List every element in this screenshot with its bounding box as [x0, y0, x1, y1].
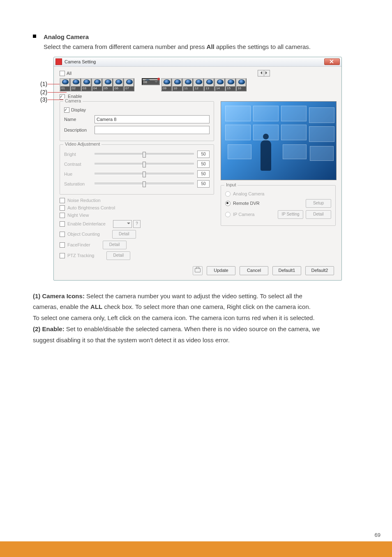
- ptz-detail-button[interactable]: Detail: [106, 251, 130, 260]
- bullet-square: [33, 35, 36, 38]
- all-checkbox[interactable]: [60, 71, 65, 76]
- camera-tab-05[interactable]: 05: [102, 78, 113, 91]
- camera-tab-02[interactable]: 02: [70, 78, 81, 91]
- camera-tab-13[interactable]: 13: [204, 78, 214, 91]
- camera-tab-15[interactable]: 15: [225, 78, 236, 91]
- default2-button[interactable]: Default2: [305, 266, 334, 275]
- noise-reduction-checkbox[interactable]: [60, 198, 65, 203]
- all-label: All: [67, 71, 71, 76]
- contrast-slider[interactable]: [95, 163, 194, 165]
- camera-tab-07[interactable]: 07: [124, 78, 134, 91]
- callout-3: (3): [40, 96, 47, 103]
- bullet-text: Analog Camera Select the camera from dif…: [44, 32, 311, 52]
- camera-fieldset: Camera Display Name Description: [60, 101, 214, 141]
- remote-dvr-radio[interactable]: [225, 201, 231, 206]
- camera-tab-08[interactable]: 08: [142, 78, 160, 85]
- camera-tab-03[interactable]: 03: [81, 78, 92, 91]
- deinterlace-help-button[interactable]: ?: [133, 220, 141, 228]
- name-field[interactable]: [95, 115, 210, 123]
- page-footer-bar: [0, 541, 392, 557]
- display-checkbox[interactable]: [64, 107, 69, 113]
- facefinder-checkbox[interactable]: [60, 242, 65, 248]
- camera-tab-16[interactable]: 16: [236, 78, 247, 91]
- hue-slider[interactable]: [95, 173, 194, 175]
- window-title: Camera Setting: [65, 59, 324, 64]
- camera-setting-window: Camera Setting All 010203040506070809101…: [53, 57, 342, 281]
- remote-setup-button[interactable]: Setup: [306, 199, 331, 208]
- camera-tab-06[interactable]: 06: [113, 78, 124, 91]
- callout-2: (2): [40, 89, 47, 95]
- camera-tab-14[interactable]: 14: [214, 78, 225, 91]
- saturation-value: 50: [197, 180, 210, 188]
- facefinder-detail-button[interactable]: Detail: [103, 241, 127, 249]
- video-adjust-fieldset: Video Adjustment Bright50 Contrast50 Hue…: [60, 144, 214, 195]
- update-button[interactable]: Update: [207, 266, 235, 275]
- page-number: 69: [375, 532, 380, 538]
- bright-value: 50: [197, 151, 210, 158]
- app-icon: [55, 58, 62, 65]
- ptz-tracking-checkbox[interactable]: [60, 253, 65, 258]
- camera-stepper[interactable]: [258, 70, 270, 77]
- bright-slider[interactable]: [95, 153, 194, 155]
- camera-tab-10[interactable]: 10: [172, 78, 182, 91]
- night-view-checkbox[interactable]: [60, 213, 65, 218]
- contrast-value: 50: [197, 160, 210, 168]
- deinterlace-select[interactable]: [113, 220, 132, 228]
- analog-camera-radio[interactable]: [225, 191, 231, 197]
- callout-1: (1): [40, 81, 47, 87]
- camera-strip: 01020304050607080910111213141516: [60, 78, 336, 91]
- close-icon[interactable]: [324, 58, 340, 65]
- camera-tab-11[interactable]: 11: [182, 78, 193, 91]
- camera-tab-01[interactable]: 01: [60, 78, 70, 91]
- hue-value: 50: [197, 170, 210, 178]
- deinterlace-checkbox[interactable]: [60, 221, 65, 227]
- description-text: (1) Camera Icons: Select the camera numb…: [33, 291, 367, 346]
- ip-camera-radio[interactable]: [225, 212, 231, 217]
- default1-button[interactable]: Default1: [272, 266, 301, 275]
- object-counting-checkbox[interactable]: [60, 232, 65, 237]
- input-fieldset: Input Analog Camera Remote DVRSetup IP C…: [221, 185, 336, 226]
- auto-brightness-checkbox[interactable]: [60, 205, 65, 211]
- cancel-button[interactable]: Cancel: [240, 266, 268, 275]
- camera-tab-12[interactable]: 12: [193, 78, 204, 91]
- saturation-slider[interactable]: [95, 183, 194, 185]
- print-icon[interactable]: [193, 266, 203, 275]
- object-counting-detail-button[interactable]: Detail: [112, 230, 136, 239]
- ip-detail-button[interactable]: Detail: [306, 210, 331, 219]
- camera-tab-04[interactable]: 04: [92, 78, 102, 91]
- ip-setting-button[interactable]: IP Setting: [278, 210, 303, 219]
- camera-preview: [221, 101, 337, 180]
- description-field[interactable]: [95, 126, 210, 134]
- camera-tab-09[interactable]: 09: [161, 78, 172, 91]
